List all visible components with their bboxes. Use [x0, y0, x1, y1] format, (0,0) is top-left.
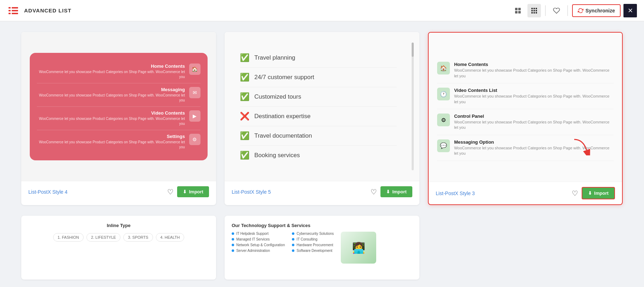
- list-item: 🏠 Home Contents WooCommerce let you show…: [437, 57, 614, 83]
- mosaic-view-button[interactable]: [511, 4, 525, 17]
- list-item: Messaging WooCommerce let you showcase P…: [37, 83, 200, 107]
- card-style3-footer: List-PostX Style 3 ♡ ⬇ Import: [429, 182, 622, 204]
- style4-item-text: Messaging WooCommerce let you showcase P…: [37, 87, 189, 103]
- tag-sports: 3. SPORTS: [123, 233, 153, 242]
- bottom-card-inline: Inline Type 1. FASHION 2. LIFESTYLE 3. S…: [21, 216, 216, 280]
- list-item: Hardware Procurement: [292, 243, 334, 247]
- app-title: ADVANCED LIST: [24, 7, 72, 13]
- download-icon: ⬇: [183, 189, 187, 194]
- check-green-icon: ✅: [240, 53, 249, 62]
- tag-fashion: 1. FASHION: [53, 233, 84, 242]
- check-green-icon: ✅: [240, 131, 249, 140]
- list-item: Software Development: [292, 249, 334, 253]
- video-icon: ▶: [189, 110, 200, 122]
- bottom-card-tech: Our Technology Support & Services IT Hel…: [225, 216, 419, 280]
- style5-favorite-button[interactable]: ♡: [371, 188, 377, 196]
- style4-inner: Home Contents WooCommerce let you showca…: [30, 53, 208, 160]
- svg-rect-15: [536, 10, 537, 11]
- tech-support-title: Our Technology Support & Services: [232, 223, 412, 228]
- list-item: ✅ 24/7 customer support: [240, 68, 397, 87]
- download-icon: ⬇: [588, 191, 592, 196]
- clock-icon: 🕐: [437, 88, 450, 100]
- style5-import-button[interactable]: ⬇ Import: [380, 186, 412, 197]
- card-style5-name: List-PostX Style 5: [232, 189, 271, 195]
- card-style3-name: List-PostX Style 3: [436, 191, 475, 196]
- scrollbar-thumb[interactable]: [412, 43, 414, 57]
- card-style3-actions: ♡ ⬇ Import: [572, 187, 615, 199]
- list-item: Home Contents WooCommerce let you showca…: [37, 60, 200, 83]
- check-green-icon: ✅: [240, 151, 249, 160]
- header-divider-2: [567, 5, 568, 16]
- svg-rect-16: [531, 12, 533, 13]
- check-green-icon: ✅: [240, 73, 249, 82]
- bottom-cards-container: Inline Type 1. FASHION 2. LIFESTYLE 3. S…: [0, 216, 644, 287]
- list-item: 🕐 Video Contents List WooCommerce let yo…: [437, 83, 614, 109]
- svg-rect-1: [9, 10, 11, 11]
- style4-favorite-button[interactable]: ♡: [167, 188, 174, 196]
- svg-rect-9: [518, 11, 521, 13]
- svg-rect-17: [533, 12, 535, 13]
- message-icon: ✉: [189, 87, 200, 98]
- style3-import-button[interactable]: ⬇ Import: [582, 187, 615, 199]
- svg-rect-18: [536, 12, 537, 13]
- tech-illustration: 👩‍💻: [341, 232, 376, 264]
- list-item: IT Helpdesk Support: [232, 232, 285, 236]
- svg-rect-0: [9, 7, 11, 9]
- card-style5-preview: ✅ Travel planning ✅ 24/7 customer suppor…: [225, 32, 419, 181]
- scrollbar[interactable]: [412, 43, 414, 170]
- tech-support-preview: Our Technology Support & Services IT Hel…: [225, 216, 419, 271]
- header: ADVANCED LIST: [0, 0, 644, 21]
- svg-rect-2: [9, 13, 11, 14]
- svg-rect-3: [12, 7, 18, 9]
- svg-rect-12: [536, 8, 537, 9]
- card-style4-actions: ♡ ⬇ Import: [167, 186, 209, 197]
- list-item: ⚙ Control Panel WooCommerce let you show…: [437, 109, 614, 135]
- svg-rect-5: [12, 13, 18, 14]
- style3-favorite-button[interactable]: ♡: [572, 189, 578, 198]
- list-item: Server Administration: [232, 249, 285, 253]
- inline-type-title: Inline Type: [28, 223, 209, 228]
- card-style4-name: List-PostX Style 4: [28, 189, 68, 195]
- card-style5-footer: List-PostX Style 5 ♡ ⬇ Import: [225, 181, 419, 202]
- home-icon: 🏠: [437, 62, 450, 74]
- close-button[interactable]: ✕: [623, 4, 637, 17]
- message-icon: 💬: [437, 139, 450, 152]
- check-green-icon: ✅: [240, 92, 249, 101]
- grid-view-button[interactable]: [527, 4, 541, 17]
- cards-container: Home Contents WooCommerce let you showca…: [0, 21, 644, 216]
- tag-health: 4. HEALTH: [156, 233, 185, 242]
- style4-item-text: Settings WooCommerce let you showcase Pr…: [37, 134, 189, 150]
- svg-rect-8: [515, 11, 518, 13]
- card-style4-footer: List-PostX Style 4 ♡ ⬇ Import: [21, 181, 216, 202]
- list-item: ✅ Travel documentation: [240, 126, 397, 146]
- inline-tags: 1. FASHION 2. LIFESTYLE 3. SPORTS 4. HEA…: [28, 233, 209, 242]
- svg-rect-10: [531, 8, 533, 9]
- synchronize-button[interactable]: Synchronize: [572, 4, 621, 17]
- list-item: Managed IT Services: [232, 237, 285, 241]
- tag-lifestyle: 2. LIFESTYLE: [86, 233, 120, 242]
- download-icon: ⬇: [386, 189, 390, 194]
- list-item: IT Consulting: [292, 237, 334, 241]
- svg-rect-6: [515, 8, 518, 10]
- svg-rect-14: [533, 10, 535, 11]
- svg-rect-4: [12, 10, 18, 11]
- card-style4: Home Contents WooCommerce let you showca…: [21, 32, 216, 205]
- home-icon: 🏠: [189, 64, 200, 75]
- style4-import-button[interactable]: ⬇ Import: [177, 186, 209, 197]
- settings-icon: ⚙: [437, 114, 450, 126]
- check-red-icon: ❌: [240, 112, 249, 121]
- app-logo: [7, 4, 20, 17]
- tech-col-1: IT Helpdesk Support Managed IT Services …: [232, 232, 285, 264]
- svg-rect-7: [518, 8, 521, 10]
- arrow-indicator: [572, 138, 590, 157]
- header-divider: [545, 5, 546, 16]
- list-item: Settings WooCommerce let you showcase Pr…: [37, 130, 200, 153]
- list-item: ✅ Travel planning: [240, 48, 397, 68]
- style5-list: ✅ Travel planning ✅ 24/7 customer suppor…: [233, 41, 411, 172]
- svg-rect-13: [531, 10, 533, 11]
- favorites-button[interactable]: [550, 4, 563, 17]
- list-item: ❌ Destination expertise: [240, 107, 397, 126]
- card-style3-preview: 🏠 Home Contents WooCommerce let you show…: [429, 33, 622, 182]
- list-item: ✅ Customized tours: [240, 87, 397, 107]
- list-item: Network Setup & Configuration: [232, 243, 285, 247]
